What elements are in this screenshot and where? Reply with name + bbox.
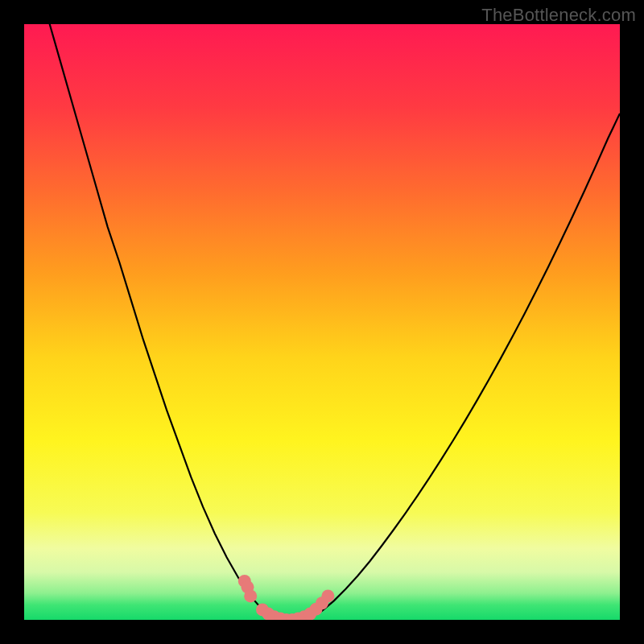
plot-area: [24, 24, 620, 620]
chart-frame: TheBottleneck.com: [0, 0, 644, 644]
watermark-text: TheBottleneck.com: [481, 5, 636, 26]
curve-layer: [24, 24, 620, 620]
bottleneck-curve: [24, 24, 620, 620]
highlight-point: [321, 589, 334, 602]
highlight-markers: [238, 575, 335, 620]
highlight-point: [244, 589, 257, 602]
